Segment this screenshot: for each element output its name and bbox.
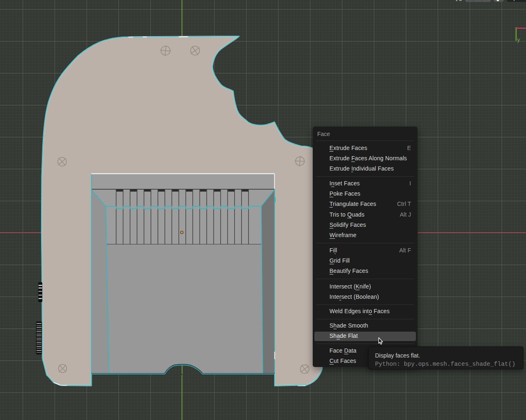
svg-text:y: y	[517, 37, 520, 43]
